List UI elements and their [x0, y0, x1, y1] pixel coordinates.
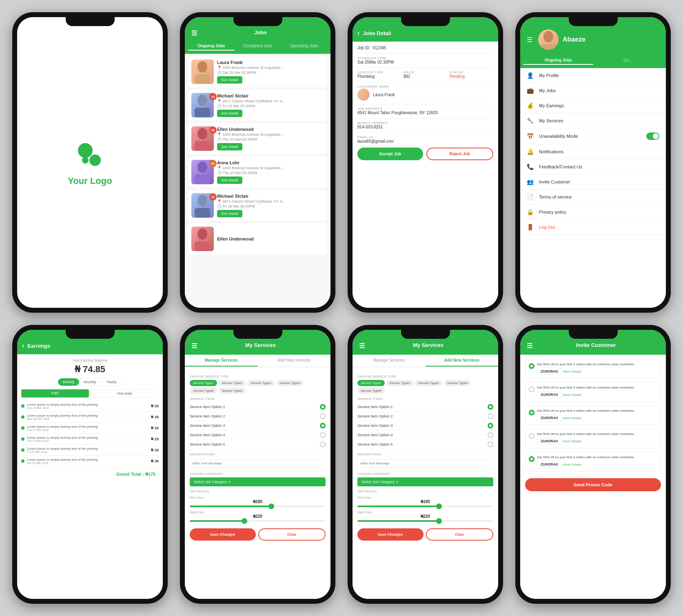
service-opt-a5[interactable]: Service Item Option 5: [357, 440, 493, 449]
service-opt-4[interactable]: Service Item Option 4: [190, 431, 326, 440]
send-promo-button[interactable]: Send Promo Code: [525, 478, 661, 491]
radio-a1[interactable]: [488, 404, 493, 410]
menu-item-unavailability[interactable]: 📅 Unavailability Mode: [520, 128, 666, 144]
unavailability-toggle[interactable]: [646, 132, 659, 140]
job-item-4[interactable]: 65 Anna Lohr 📍 1003 Brannon Avenue St Au…: [188, 157, 327, 188]
min-slider-thumb[interactable]: [268, 503, 274, 509]
see-detail-btn-1[interactable]: See Detail: [217, 76, 242, 84]
chip-1[interactable]: Service Type1: [190, 380, 217, 386]
radio-a2[interactable]: [488, 413, 493, 419]
menu-item-terms[interactable]: 📄 Terms of service: [520, 190, 666, 205]
max-slider-thumb[interactable]: [242, 518, 247, 524]
tab-monthly[interactable]: Monthly: [79, 378, 101, 386]
tab-add-services-add[interactable]: Add New Services: [426, 355, 499, 367]
service-opt-a2[interactable]: Service Item Option 2: [357, 412, 493, 421]
see-detail-btn-4[interactable]: See Detail: [217, 177, 242, 184]
radio-a3[interactable]: [488, 423, 493, 428]
save-changes-button-add[interactable]: Save Changes: [357, 528, 424, 541]
menu-item-jobs[interactable]: 💼 My Jobs: [520, 83, 666, 98]
menu-item-earnings[interactable]: 💰 My Earnings: [520, 98, 666, 113]
chip-6[interactable]: Service Type6: [219, 388, 246, 394]
job-item-2[interactable]: 22 Michael Stclair 📍 4671 Carson Street …: [188, 90, 327, 121]
tab-completed[interactable]: Completed Jobs: [235, 42, 281, 51]
more-details-btn-5[interactable]: More Details: [563, 463, 581, 466]
clear-button-add[interactable]: Clear: [426, 528, 494, 541]
see-detail-btn-5[interactable]: See Detail: [217, 210, 242, 217]
chip-a4[interactable]: Service Type4: [444, 380, 471, 386]
category-select-add[interactable]: Select Job Category ∨: [357, 477, 493, 486]
clear-button[interactable]: Clear: [258, 528, 326, 541]
description-input-add[interactable]: [357, 459, 493, 467]
radio-a4[interactable]: [488, 432, 493, 438]
promo-item-1[interactable]: Get 50% off on your first 3 orders with …: [525, 359, 661, 379]
chip-3[interactable]: Service Type3: [247, 380, 275, 386]
menu-item-invite[interactable]: 👥 Invite Customer: [520, 174, 666, 190]
job-item-5[interactable]: 22 Michael Stclair 📍 4671 Carson Street …: [188, 190, 327, 221]
back-arrow-icon[interactable]: ‹: [357, 29, 359, 37]
promo-radio-5[interactable]: [529, 456, 534, 468]
tab-yearly[interactable]: Yearly: [101, 378, 122, 386]
promo-radio-2[interactable]: [529, 386, 534, 398]
menu-item-privacy[interactable]: 🔒 Privacy policy: [520, 205, 666, 220]
service-opt-a4[interactable]: Service Item Option 4: [357, 431, 493, 440]
job-item-6[interactable]: Ellen Underwood: [188, 223, 327, 254]
more-details-btn-4[interactable]: More Details: [563, 439, 581, 443]
tab-add-services[interactable]: Add New Services: [258, 355, 331, 367]
chip-5[interactable]: Service Type5: [190, 388, 217, 394]
promo-radio-4[interactable]: [529, 433, 534, 445]
min-slider-thumb-add[interactable]: [436, 503, 442, 509]
service-opt-1[interactable]: Service Item Option 1: [190, 402, 326, 412]
max-slider-thumb-add[interactable]: [436, 518, 442, 524]
radio-4[interactable]: [320, 432, 326, 438]
service-opt-a3[interactable]: Service Item Option 3: [357, 421, 493, 431]
tab-ongoing-profile[interactable]: Ongoing Jobs: [523, 56, 593, 65]
more-details-btn-2[interactable]: More Details: [563, 393, 581, 397]
menu-item-logout[interactable]: 🚪 Log Out: [520, 220, 666, 235]
chip-a3[interactable]: Service Type3: [415, 380, 442, 386]
radio-a5[interactable]: [488, 442, 493, 447]
job-item-3[interactable]: 92 Ellen Underwood 📍 1003 Brannon Avenue…: [188, 123, 327, 154]
tab-upcoming[interactable]: Upcoming Jobs: [281, 42, 327, 51]
service-opt-5[interactable]: Service Item Option 5: [190, 440, 326, 449]
see-detail-btn-2[interactable]: See Detail: [217, 110, 242, 117]
job-item-1[interactable]: Laura Frank 📍 1003 Brannon Avenue St Aug…: [188, 56, 327, 87]
promo-item-4[interactable]: Get 50% off on your first 3 orders with …: [525, 428, 661, 448]
more-details-btn-1[interactable]: More Details: [563, 370, 581, 373]
more-details-btn-3[interactable]: More Details: [563, 416, 581, 420]
radio-3[interactable]: [320, 423, 326, 428]
chip-a5[interactable]: Service Type5: [357, 388, 385, 394]
promo-radio-3[interactable]: [529, 410, 534, 422]
radio-5[interactable]: [320, 442, 326, 447]
chip-2[interactable]: Service Type2: [219, 380, 246, 386]
category-select[interactable]: Select Job Category ∨: [190, 477, 326, 486]
promo-item-3[interactable]: Get 50% off on your first 3 orders with …: [525, 405, 661, 425]
radio-1[interactable]: [320, 404, 326, 410]
service-opt-3[interactable]: Service Item Option 3: [190, 421, 326, 431]
chip-a2[interactable]: Service Type2: [386, 380, 414, 386]
tab-nonpaid[interactable]: Non-paid: [91, 389, 159, 397]
chip-a1[interactable]: Service Type1: [357, 380, 385, 386]
tab-manage-services-add[interactable]: Manage Services: [353, 355, 426, 367]
promo-radio-1[interactable]: [529, 363, 534, 375]
accept-job-button[interactable]: Accept Job: [357, 148, 423, 160]
menu-item-services[interactable]: 🔧 My Services: [520, 113, 666, 128]
reject-job-button[interactable]: Reject Job: [426, 148, 494, 160]
menu-item-profile[interactable]: 👤 My Profile: [520, 68, 666, 83]
see-detail-btn-3[interactable]: See Detail: [217, 143, 242, 150]
service-opt-2[interactable]: Service Item Option 2: [190, 412, 326, 421]
tab-paid[interactable]: Paid: [21, 389, 89, 397]
tab-weekly[interactable]: Weekly: [58, 378, 80, 386]
description-input[interactable]: [190, 459, 326, 467]
menu-item-feedback[interactable]: 📞 Feedback/Contact Us: [520, 159, 666, 174]
tab-completed-profile[interactable]: Co...: [593, 56, 663, 65]
back-arrow-earnings[interactable]: ‹: [22, 342, 24, 349]
menu-item-notifications[interactable]: 🔔 Notifications: [520, 144, 666, 159]
promo-item-2[interactable]: Get 50% off on your first 3 orders with …: [525, 382, 661, 402]
service-opt-a1[interactable]: Service Item Option 1: [357, 402, 493, 412]
tab-ongoing[interactable]: Ongoing Jobs: [188, 42, 235, 51]
save-changes-button[interactable]: Save Changes: [190, 528, 256, 541]
radio-2[interactable]: [320, 413, 326, 419]
chip-4[interactable]: Service Type4: [276, 380, 304, 386]
tab-manage-services[interactable]: Manage Services: [185, 355, 258, 367]
promo-item-5[interactable]: Get 50% off on your first 3 orders with …: [525, 452, 661, 472]
